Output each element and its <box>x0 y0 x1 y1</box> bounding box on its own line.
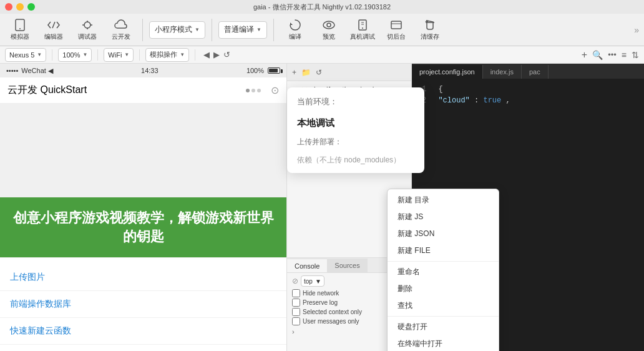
new-folder-icon[interactable]: 📁 <box>301 68 311 77</box>
hide-network-checkbox[interactable] <box>292 289 300 297</box>
preserve-log-checkbox[interactable] <box>292 299 300 307</box>
sort-icon[interactable]: ≡ <box>622 50 627 60</box>
right-icon[interactable]: ▶ <box>213 50 220 59</box>
debug-tool-button[interactable]: 调试器 <box>72 16 102 44</box>
backend-button[interactable]: 切后台 <box>381 16 411 44</box>
sec-divider-3 <box>139 49 140 61</box>
sec-divider-4 <box>195 49 195 61</box>
compile-dropdown[interactable]: 普通编译 ▼ <box>218 21 267 39</box>
ban-icon[interactable]: ⊘ <box>292 277 298 285</box>
preview-button[interactable]: 预览 <box>314 16 344 44</box>
dot-3 <box>257 89 261 92</box>
cloud-tool-button[interactable]: 云开发 <box>106 16 136 44</box>
maximize-button[interactable] <box>27 3 35 11</box>
svg-point-1 <box>19 28 21 29</box>
dot-2 <box>251 89 255 92</box>
toolbar-divider-3 <box>273 19 274 41</box>
new-file-icon[interactable]: + <box>292 68 296 77</box>
operation-dropdown-arrow: ▼ <box>180 52 185 57</box>
user-messages-checkbox[interactable] <box>292 317 300 325</box>
device-label: Nexus 5 <box>9 51 34 59</box>
clear-button[interactable]: 清缓存 <box>415 16 445 44</box>
operation-dropdown[interactable]: 模拟操作 ▼ <box>145 48 189 62</box>
mode-dropdown[interactable]: 小程序模式 ▼ <box>149 21 205 39</box>
ctx-new-file[interactable]: 新建 FILE <box>388 242 499 259</box>
env-option-local[interactable]: 本地调试 <box>287 111 424 136</box>
ctx-delete[interactable]: 删除 <box>388 280 499 297</box>
filter-icon[interactable]: ⇅ <box>632 50 639 60</box>
real-debug-icon <box>354 18 371 32</box>
code-colon: : <box>474 96 483 105</box>
search-icon[interactable]: 🔍 <box>592 50 603 60</box>
editor-tabs: project.config.json index.js pac <box>412 64 644 79</box>
minimize-button[interactable] <box>16 3 24 11</box>
code-key-cloud: "cloud" <box>438 96 469 105</box>
wechat-status-bar: ••••• WeChat ◀ 14:33 100% <box>0 64 286 77</box>
dot-1 <box>246 89 250 92</box>
pac-label: pac <box>529 68 540 76</box>
preview-icon <box>321 18 337 32</box>
secondary-toolbar: Nexus 5 ▼ 100% ▼ WiFi ▼ 模拟操作 ▼ ◀ ▶ ↺ + 🔍… <box>0 46 644 64</box>
close-button[interactable] <box>5 3 12 11</box>
refresh-tree-icon[interactable]: ↺ <box>316 68 322 77</box>
project-config-label: project.config.json <box>419 68 475 76</box>
svg-point-10 <box>327 23 331 27</box>
ctx-rename[interactable]: 重命名 <box>388 264 499 280</box>
cloud-label: 云开发 <box>112 32 130 41</box>
real-debug-label: 真机调试 <box>350 32 375 41</box>
editor-tool-button[interactable]: 编辑器 <box>39 16 69 44</box>
ctx-open-terminal[interactable]: 在终端中打开 <box>388 335 499 351</box>
create-function-item[interactable]: 快速新建云函数 <box>0 318 286 345</box>
context-dropdown-label: top <box>304 278 313 285</box>
zoom-label: 100% <box>62 51 80 59</box>
left-icon[interactable]: ◀ <box>203 50 210 59</box>
env-popup-title: 当前环境： <box>287 92 424 111</box>
editor-icon <box>46 18 62 32</box>
refresh-icon[interactable]: ↺ <box>223 50 230 59</box>
upload-image-item[interactable]: 上传图片 <box>0 264 286 291</box>
device-dropdown[interactable]: Nexus 5 ▼ <box>5 48 46 62</box>
network-label: WiFi <box>108 51 122 59</box>
code-line-2: 2 "cloud" : true , <box>422 95 634 106</box>
compile-button[interactable]: 编译 <box>280 16 310 44</box>
ctx-new-json[interactable]: 新建 JSON <box>388 225 499 242</box>
wifi-icon: ◀ <box>48 67 53 75</box>
user-messages-text: User messages only <box>303 318 359 325</box>
real-debug-button[interactable]: 真机调试 <box>348 16 378 44</box>
phone-nav-items: 上传图片 前端操作数据库 快速新建云函数 <box>0 258 286 351</box>
more-icon[interactable]: ••• <box>608 50 617 59</box>
code-comma: , <box>505 96 510 105</box>
ctx-find[interactable]: 查找 <box>388 297 499 314</box>
network-dropdown[interactable]: WiFi ▼ <box>104 48 134 62</box>
simulator-icon <box>12 18 28 32</box>
banner: 创意小程序游戏视频教学，解锁游戏新世界的钥匙 <box>0 197 286 257</box>
toolbar-divider-1 <box>142 19 143 41</box>
frontend-db-item[interactable]: 前端操作数据库 <box>0 291 286 318</box>
tab-project-config[interactable]: project.config.json <box>412 65 483 79</box>
zoom-dropdown[interactable]: 100% ▼ <box>58 48 92 62</box>
context-dropdown[interactable]: top ▼ <box>301 275 324 287</box>
quickstart-bar: 云开发 QuickStart ⊙ <box>0 77 286 104</box>
simulator-tool-button[interactable]: 模拟器 <box>5 16 35 44</box>
svg-point-14 <box>362 27 363 29</box>
compile-dropdown-arrow: ▼ <box>256 27 261 32</box>
wechat-label: WeChat <box>21 67 46 74</box>
ctx-new-js[interactable]: 新建 JS <box>388 209 499 225</box>
tab-pac[interactable]: pac <box>522 65 549 79</box>
network-dropdown-arrow: ▼ <box>124 52 129 57</box>
tab-index-js[interactable]: index.js <box>483 65 522 79</box>
tab-console[interactable]: Console <box>287 259 327 272</box>
add-icon[interactable]: + <box>582 49 587 61</box>
preserve-log-text: Preserve log <box>303 299 338 306</box>
tab-sources[interactable]: Sources <box>327 259 367 272</box>
selected-context-checkbox[interactable] <box>292 308 300 316</box>
compile-icon <box>287 18 303 32</box>
window-title: gaia - 微信开发者工具 Nightly v1.02.1903182 <box>253 2 391 12</box>
signal-icon: ••••• <box>6 67 18 74</box>
ctx-open-hd[interactable]: 硬盘打开 <box>388 319 499 335</box>
svg-marker-8 <box>290 22 293 25</box>
simulator-label: 模拟器 <box>11 32 29 41</box>
banner-text: 创意小程序游戏视频教学，解锁游戏新世界的钥匙 <box>13 210 274 244</box>
ctx-new-dir[interactable]: 新建 目录 <box>388 192 499 209</box>
expand-button[interactable]: » <box>634 25 639 35</box>
